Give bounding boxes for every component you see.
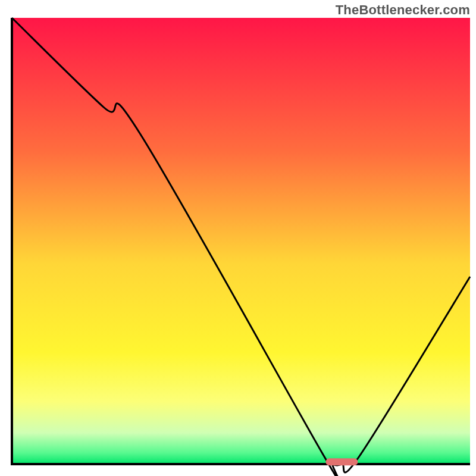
chart-container: TheBottlenecker.com	[0, 0, 476, 476]
optimal-marker	[325, 458, 358, 465]
bottleneck-chart	[0, 0, 476, 476]
